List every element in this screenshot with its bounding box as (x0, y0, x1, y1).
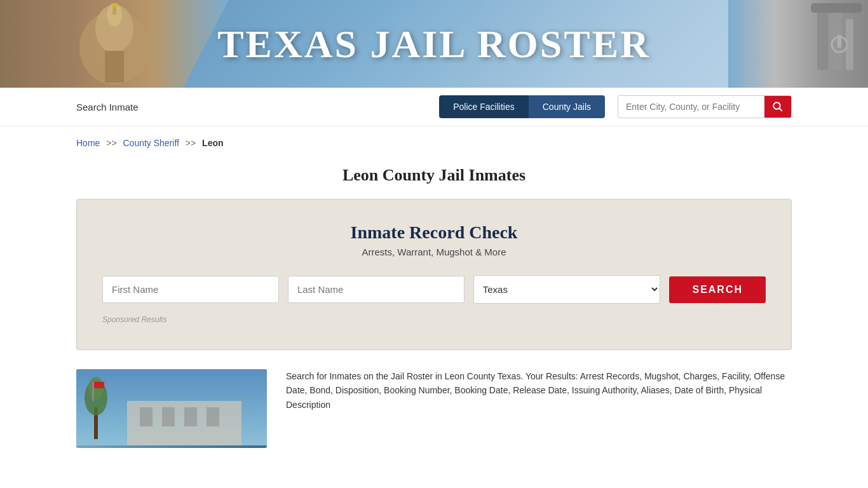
svg-rect-20 (140, 407, 153, 426)
sponsored-label: Sponsored Results (102, 315, 766, 324)
svg-rect-11 (837, 35, 841, 48)
svg-line-13 (780, 109, 782, 111)
svg-rect-2 (105, 51, 124, 83)
record-check-form: AlabamaAlaskaArizonaArkansasCaliforniaCo… (102, 275, 766, 304)
svg-rect-23 (207, 407, 219, 426)
record-search-button[interactable]: SEARCH (669, 276, 766, 303)
breadcrumb: Home >> County Sheriff >> Leon (0, 126, 868, 154)
breadcrumb-current: Leon (202, 138, 223, 148)
facility-search-input[interactable] (618, 97, 764, 117)
tab-police-facilities[interactable]: Police Facilities (439, 95, 528, 118)
search-inmate-label: Search Inmate (76, 102, 139, 112)
record-check-title: Inmate Record Check (102, 222, 766, 243)
bottom-section: Search for Inmates on the Jail Roster in… (76, 369, 792, 448)
header-banner: Texas Jail Roster (0, 0, 868, 88)
page-title-wrap: Leon County Jail Inmates (0, 154, 868, 199)
svg-rect-24 (92, 382, 94, 401)
first-name-input[interactable] (102, 276, 279, 303)
keys-background (728, 0, 868, 88)
breadcrumb-sep-1: >> (106, 138, 116, 148)
tab-county-jails[interactable]: County Jails (529, 95, 605, 118)
record-check-subtitle: Arrests, Warrant, Mugshot & More (102, 247, 766, 257)
breadcrumb-county-sheriff[interactable]: County Sheriff (123, 138, 179, 148)
record-check-box: Inmate Record Check Arrests, Warrant, Mu… (76, 199, 792, 350)
svg-rect-9 (811, 3, 862, 13)
search-icon (772, 101, 783, 112)
jail-image (76, 369, 267, 448)
facility-search-button[interactable] (764, 96, 791, 118)
facility-search-wrap (618, 95, 792, 118)
svg-rect-25 (94, 382, 104, 388)
state-select[interactable]: AlabamaAlaskaArizonaArkansasCaliforniaCo… (473, 275, 661, 304)
breadcrumb-home[interactable]: Home (76, 138, 100, 148)
site-title: Texas Jail Roster (217, 22, 651, 67)
svg-rect-6 (817, 6, 829, 70)
svg-rect-22 (184, 407, 197, 426)
nav-tabs: Police Facilities County Jails (439, 95, 605, 118)
svg-rect-21 (162, 407, 175, 426)
page-title: Leon County Jail Inmates (0, 166, 868, 185)
capitol-dome-icon (76, 3, 153, 85)
nav-bar: Search Inmate Police Facilities County J… (0, 88, 868, 126)
description-text: Search for Inmates on the Jail Roster in… (267, 369, 792, 412)
svg-point-12 (773, 102, 780, 109)
breadcrumb-sep-2: >> (186, 138, 196, 148)
last-name-input[interactable] (288, 276, 465, 303)
